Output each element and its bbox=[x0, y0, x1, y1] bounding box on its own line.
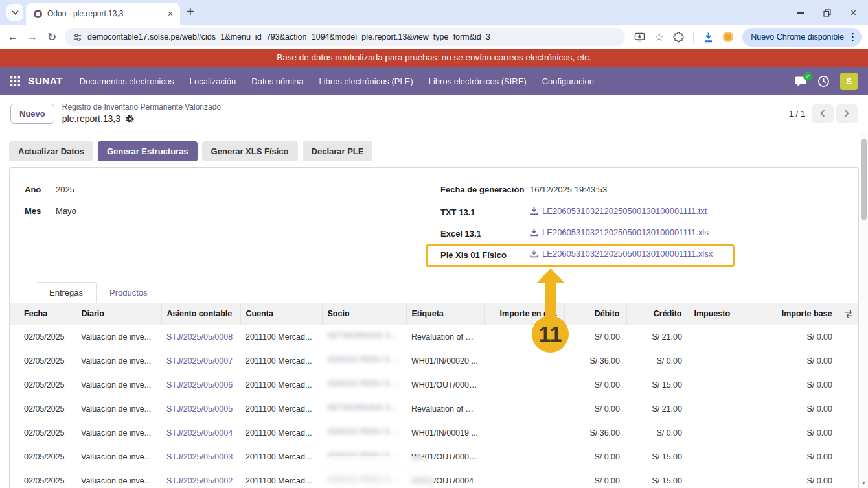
url-text[interactable]: democontable17.solse.pe/web#cids=1&menu_… bbox=[87, 32, 490, 41]
header-etiqueta[interactable]: Etiqueta bbox=[406, 303, 484, 325]
minimize-icon[interactable] bbox=[797, 12, 804, 14]
generar-estructuras-button[interactable]: Generar Estructuras bbox=[98, 141, 198, 161]
table-row[interactable]: 02/05/2025 Valuación de inve... STJ/2025… bbox=[10, 397, 858, 421]
forward-icon[interactable]: → bbox=[26, 30, 39, 43]
cell-asiento-link[interactable]: STJ/2025/05/0007 bbox=[161, 349, 240, 373]
cell-diario: Valuación de inve... bbox=[76, 469, 161, 488]
excel-download-link[interactable]: LE2060531032120250500130100001111.xls bbox=[530, 227, 709, 237]
cell-spacer bbox=[839, 325, 858, 349]
declarar-ple-button[interactable]: Declarar PLE bbox=[303, 141, 373, 161]
tab-entregas[interactable]: Entregas bbox=[36, 282, 97, 303]
reload-icon[interactable]: ↻ bbox=[45, 30, 58, 44]
cell-etiqueta: WH01/OUT/0004... bbox=[406, 445, 484, 469]
table-row[interactable]: 02/05/2025 Valuación de inve... STJ/2025… bbox=[10, 445, 858, 469]
chevron-down-icon bbox=[12, 10, 19, 15]
cell-diario: Valuación de inve... bbox=[76, 421, 161, 445]
pager: 1 / 1 bbox=[789, 104, 858, 123]
extension-pinned-icon[interactable] bbox=[723, 32, 733, 42]
cell-diario: Valuación de inve... bbox=[76, 373, 161, 397]
cell-importe-divisa bbox=[484, 373, 564, 397]
header-debito[interactable]: Débito bbox=[564, 303, 626, 325]
cell-asiento-link[interactable]: STJ/2025/05/0006 bbox=[161, 373, 240, 397]
cell-cuenta: 2011100 Mercad... bbox=[240, 421, 322, 445]
cell-asiento-link[interactable]: STJ/2025/05/0002 bbox=[161, 469, 240, 488]
tab-productos[interactable]: Productos bbox=[97, 283, 161, 303]
url-bar[interactable]: democontable17.solse.pe/web#cids=1&menu_… bbox=[65, 28, 625, 46]
header-diario[interactable]: Diario bbox=[76, 303, 161, 325]
back-icon[interactable]: ← bbox=[6, 30, 19, 43]
overflow-menu-icon[interactable]: ⋮ bbox=[848, 31, 858, 43]
cell-asiento-link[interactable]: STJ/2025/05/0008 bbox=[161, 325, 240, 349]
cell-asiento-link[interactable]: STJ/2025/05/0004 bbox=[161, 421, 240, 445]
menu-datos-nomina[interactable]: Datos nómina bbox=[251, 76, 303, 86]
header-cuenta[interactable]: Cuenta bbox=[240, 303, 322, 325]
browser-tab[interactable]: Odoo - ple.report.13,3 × bbox=[26, 3, 180, 25]
cell-importe-divisa bbox=[484, 397, 564, 421]
cell-etiqueta: WH01/IN/00020 ... bbox=[406, 349, 484, 373]
pager-next-button[interactable] bbox=[836, 104, 858, 123]
messages-button[interactable]: 2 bbox=[795, 76, 807, 87]
close-icon[interactable]: × bbox=[851, 8, 856, 18]
form-fields: Año 2025 Mes Mayo Fecha de generación 16… bbox=[10, 168, 858, 282]
app-brand[interactable]: SUNAT bbox=[28, 75, 63, 87]
new-tab-button[interactable]: + bbox=[187, 5, 194, 19]
menu-configuracion[interactable]: Configuracion bbox=[542, 76, 594, 86]
restore-icon[interactable] bbox=[823, 9, 831, 17]
activities-clock-icon[interactable] bbox=[817, 75, 830, 87]
site-settings-icon[interactable] bbox=[73, 32, 82, 42]
table-row[interactable]: 02/05/2025 Valuación de inve... STJ/2025… bbox=[10, 421, 858, 445]
cell-asiento-link[interactable]: STJ/2025/05/0003 bbox=[161, 445, 240, 469]
apps-grid-icon[interactable] bbox=[10, 76, 20, 86]
bookmark-star-icon[interactable]: ☆ bbox=[654, 30, 664, 44]
tab-close-icon[interactable]: × bbox=[166, 8, 175, 19]
ple-xls-fisico-download-link[interactable]: LE2060531032120250500130100001111.xlsx bbox=[530, 249, 713, 259]
cell-impuesto bbox=[689, 325, 746, 349]
year-value[interactable]: 2025 bbox=[56, 185, 74, 194]
menu-libros-ple[interactable]: Libros electrónicos (PLE) bbox=[319, 76, 413, 86]
cell-etiqueta: WH01/OUT/0004 bbox=[406, 469, 484, 488]
scroll-down-icon[interactable]: ▾ bbox=[860, 479, 868, 486]
tab-search-button[interactable] bbox=[6, 4, 23, 21]
user-avatar[interactable]: S bbox=[840, 73, 858, 90]
table-row[interactable]: 02/05/2025 Valuación de inve... STJ/2025… bbox=[10, 373, 858, 397]
pager-previous-button[interactable] bbox=[812, 104, 834, 123]
txt-download-link[interactable]: LE2060531032120250500130100001111.txt bbox=[530, 206, 707, 216]
download-icon[interactable] bbox=[703, 32, 714, 43]
generar-xls-fisico-button[interactable]: Generar XLS Físico bbox=[202, 141, 298, 161]
chrome-update-button[interactable]: Nuevo Chrome disponible ⋮ bbox=[742, 28, 862, 47]
breadcrumb-current: ple.report.13,3 bbox=[62, 113, 221, 125]
menu-libros-sire[interactable]: Libros electrónicos (SIRE) bbox=[429, 76, 527, 86]
cell-importe-base: S/ 0.00 bbox=[746, 469, 839, 488]
cell-asiento-link[interactable]: STJ/2025/05/0005 bbox=[161, 397, 240, 421]
breadcrumb-parent[interactable]: Registro de Inventario Permanente Valori… bbox=[62, 102, 221, 112]
scrollbar-thumb[interactable] bbox=[861, 139, 867, 220]
extensions-icon[interactable] bbox=[673, 32, 684, 43]
header-credito[interactable]: Crédito bbox=[626, 303, 689, 325]
excel-file-label: Excel 13.1 bbox=[440, 229, 525, 238]
table-row[interactable]: 02/05/2025 Valuación de inve... STJ/2025… bbox=[10, 469, 858, 488]
header-asiento-contable[interactable]: Asiento contable bbox=[161, 303, 240, 325]
header-socio[interactable]: Socio bbox=[322, 303, 406, 325]
menu-documentos-electronicos[interactable]: Documentos electronicos bbox=[80, 76, 174, 86]
header-impuesto[interactable]: Impuesto bbox=[689, 303, 746, 325]
annotation-step-badge: 11 bbox=[532, 316, 569, 353]
gear-icon[interactable] bbox=[125, 114, 135, 124]
table-body: 02/05/2025 Valuación de inve... STJ/2025… bbox=[10, 325, 858, 488]
table-row[interactable]: 02/05/2025 Valuación de inve... STJ/2025… bbox=[10, 349, 858, 373]
header-fecha[interactable]: Fecha bbox=[10, 303, 76, 325]
page-scrollbar[interactable]: ▾ bbox=[860, 132, 868, 488]
year-label: Año bbox=[25, 185, 56, 194]
cell-fecha: 02/05/2025 bbox=[10, 397, 76, 421]
month-value[interactable]: Mayo bbox=[56, 206, 76, 216]
save-to-device-icon[interactable] bbox=[634, 32, 645, 42]
actualizar-datos-button[interactable]: Actualizar Datos bbox=[9, 141, 93, 161]
cell-impuesto bbox=[689, 445, 746, 469]
optional-columns-toggle[interactable] bbox=[839, 303, 858, 325]
cell-socio: ADIDAS PERU S.A.C bbox=[322, 349, 406, 373]
table-row[interactable]: 02/05/2025 Valuación de inve... STJ/2025… bbox=[10, 325, 858, 349]
new-record-button[interactable]: Nuevo bbox=[10, 104, 54, 124]
cell-spacer bbox=[839, 397, 858, 421]
cell-importe-base: S/ 0.00 bbox=[746, 421, 839, 445]
header-importe-base[interactable]: Importe base bbox=[746, 303, 839, 325]
menu-localizacion[interactable]: Localización bbox=[190, 76, 236, 86]
